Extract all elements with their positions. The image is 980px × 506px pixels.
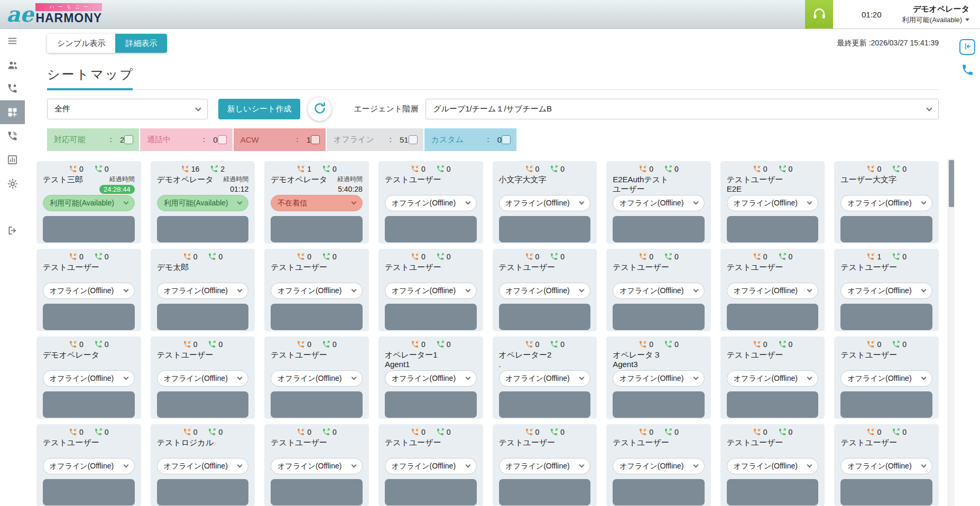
memo-area[interactable] <box>840 479 932 505</box>
agent-status-select[interactable]: オフライン(Offline) <box>385 283 477 299</box>
agent-status-select[interactable]: オフライン(Offline) <box>499 458 591 474</box>
memo-area[interactable] <box>727 304 819 330</box>
agent-status-select[interactable]: オフライン(Offline) <box>613 458 705 474</box>
memo-area[interactable] <box>271 216 363 242</box>
memo-area[interactable] <box>385 479 477 505</box>
memo-area[interactable] <box>43 391 135 418</box>
agent-status-select[interactable]: オフライン(Offline) <box>840 195 932 211</box>
agent-status-select[interactable]: オフライン(Offline) <box>157 370 249 387</box>
memo-area[interactable] <box>613 304 705 330</box>
memo-area[interactable] <box>499 304 591 330</box>
refresh-button[interactable] <box>308 97 331 121</box>
memo-area[interactable] <box>840 216 932 242</box>
status-filter-checkbox[interactable] <box>311 135 320 144</box>
agent-status-select[interactable]: オフライン(Offline) <box>43 370 135 387</box>
toolbar: 全件 新しいシート作成 エージェント階層 グループ1/チーム１/サブチームB <box>47 97 939 121</box>
incoming-calls: 0 <box>411 252 426 261</box>
memo-area[interactable] <box>727 391 819 418</box>
status-filter-checkbox[interactable] <box>124 135 133 144</box>
agent-status-select[interactable]: オフライン(Offline) <box>271 458 363 474</box>
scrollbar-thumb[interactable] <box>949 160 954 207</box>
memo-area[interactable] <box>271 391 363 418</box>
agent-status-select[interactable]: 利用可能(Available) <box>157 195 249 211</box>
memo-area[interactable] <box>157 479 249 505</box>
sheet-filter-select[interactable]: 全件 <box>47 99 208 119</box>
agent-status-select[interactable]: オフライン(Offline) <box>385 370 477 387</box>
agent-status-select[interactable]: オフライン(Offline) <box>840 370 932 387</box>
refresh-icon <box>313 101 327 117</box>
agent-status-select[interactable]: オフライン(Offline) <box>499 195 591 211</box>
memo-area[interactable] <box>271 479 363 505</box>
seat-card: 0 0 テストユーザー オフライン(Offline) <box>834 424 939 506</box>
memo-area[interactable] <box>43 479 135 505</box>
agent-status-select[interactable]: オフライン(Offline) <box>613 370 705 387</box>
sidebar-item-users[interactable] <box>0 53 25 77</box>
call-counters: 0 0 <box>157 426 249 437</box>
agent-name: テストユーザー <box>613 263 705 283</box>
agent-status-select[interactable]: オフライン(Offline) <box>727 283 819 299</box>
sidebar-item-settings[interactable] <box>0 172 25 195</box>
agent-status-select[interactable]: 利用可能(Available) <box>43 195 135 211</box>
sidebar-item-menu[interactable] <box>0 29 25 53</box>
memo-area[interactable] <box>385 304 477 330</box>
sidebar-item-reports[interactable] <box>0 148 25 172</box>
memo-area[interactable] <box>727 216 819 242</box>
agent-status-select[interactable]: オフライン(Offline) <box>727 458 819 474</box>
status-filter-checkbox[interactable] <box>218 135 227 144</box>
memo-area[interactable] <box>499 479 591 505</box>
memo-area[interactable] <box>157 391 249 418</box>
memo-area[interactable] <box>840 304 932 330</box>
agent-status-select[interactable]: オフライン(Offline) <box>840 458 932 474</box>
headset-button[interactable] <box>805 0 833 29</box>
incoming-calls: 0 <box>639 428 653 436</box>
memo-area[interactable] <box>613 216 705 242</box>
sidebar-item-logout[interactable] <box>0 219 25 242</box>
main-scrollbar[interactable] <box>948 158 955 506</box>
agent-status-select[interactable]: オフライン(Offline) <box>613 283 705 299</box>
agent-status-select[interactable]: オフライン(Offline) <box>385 458 477 474</box>
memo-area[interactable] <box>43 216 135 242</box>
memo-area[interactable] <box>385 216 477 242</box>
agent-status-select[interactable]: 不在着信 <box>271 195 363 211</box>
incoming-calls: 0 <box>183 340 198 349</box>
agent-status-select[interactable]: オフライン(Offline) <box>157 283 249 299</box>
memo-area[interactable] <box>157 216 249 242</box>
agent-status-select[interactable]: オフライン(Offline) <box>385 195 477 211</box>
agent-status-select[interactable]: オフライン(Offline) <box>157 458 249 474</box>
phone-signal-icon <box>7 130 18 142</box>
memo-area[interactable] <box>499 216 591 242</box>
status-filter-checkbox[interactable] <box>502 135 511 144</box>
memo-area[interactable] <box>157 304 249 330</box>
dock-panel-button[interactable] <box>959 39 975 55</box>
agent-status-select[interactable]: オフライン(Offline) <box>727 370 819 387</box>
memo-area[interactable] <box>840 391 932 418</box>
memo-area[interactable] <box>43 304 135 330</box>
operator-status-menu[interactable]: デモオペレータ 利用可能(Available) <box>902 4 969 25</box>
agent-status-select[interactable]: オフライン(Offline) <box>271 370 363 387</box>
agent-status-select[interactable]: オフライン(Offline) <box>43 283 135 299</box>
agent-status-select[interactable]: オフライン(Offline) <box>271 283 363 299</box>
tab-detail-view[interactable]: 詳細表示 <box>115 34 167 53</box>
agent-status-select[interactable]: オフライン(Offline) <box>499 370 591 387</box>
memo-area[interactable] <box>613 479 705 505</box>
softphone-button[interactable] <box>959 63 975 79</box>
tab-simple-view[interactable]: シンプル表示 <box>47 34 115 53</box>
sidebar-item-agent-call[interactable] <box>0 77 25 100</box>
memo-area[interactable] <box>499 391 591 418</box>
memo-area[interactable] <box>613 391 705 418</box>
agent-hierarchy-select[interactable]: グループ1/チーム１/サブチームB <box>426 99 939 119</box>
status-filter-checkbox[interactable] <box>409 135 418 144</box>
sidebar-item-phone-settings[interactable] <box>0 124 25 148</box>
memo-area[interactable] <box>727 479 819 505</box>
create-sheet-button[interactable]: 新しいシート作成 <box>218 99 300 119</box>
agent-name: E2EAuthテストユーザー <box>613 175 705 195</box>
agent-status-select[interactable]: オフライン(Offline) <box>43 458 135 474</box>
agent-status-select[interactable]: オフライン(Offline) <box>727 195 819 211</box>
incoming-calls: 0 <box>525 428 540 436</box>
memo-area[interactable] <box>385 391 477 418</box>
memo-area[interactable] <box>271 304 363 330</box>
agent-status-select[interactable]: オフライン(Offline) <box>840 283 932 299</box>
sidebar-item-seatmap[interactable] <box>0 100 25 124</box>
agent-status-select[interactable]: オフライン(Offline) <box>499 283 591 299</box>
agent-status-select[interactable]: オフライン(Offline) <box>613 195 705 211</box>
